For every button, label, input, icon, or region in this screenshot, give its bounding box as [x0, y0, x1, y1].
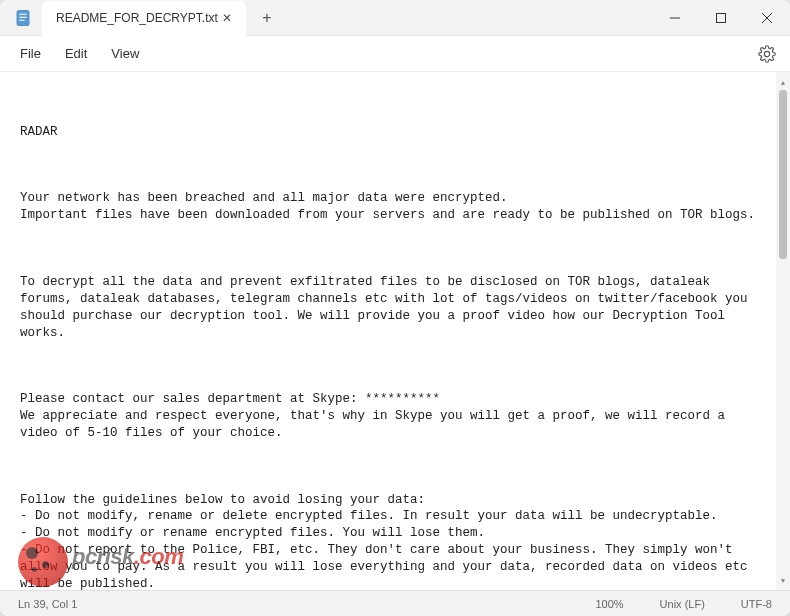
svg-rect-5	[717, 13, 726, 22]
line-ending: Unix (LF)	[654, 596, 711, 612]
encoding: UTF-8	[735, 596, 778, 612]
minimize-button[interactable]	[652, 0, 698, 35]
notepad-window: README_FOR_DECRYPT.txt ✕ + File Edit Vie…	[0, 0, 790, 616]
scroll-track[interactable]	[776, 90, 790, 572]
gear-icon	[758, 45, 776, 63]
doc-paragraph: Please contact our sales department at S…	[20, 391, 764, 442]
tab-close-icon[interactable]: ✕	[218, 9, 236, 27]
close-button[interactable]	[744, 0, 790, 35]
svg-rect-0	[17, 10, 29, 25]
zoom-level[interactable]: 100%	[589, 596, 629, 612]
menu-edit[interactable]: Edit	[53, 40, 99, 67]
statusbar: Ln 39, Col 1 100% Unix (LF) UTF-8	[0, 590, 790, 616]
menu-view[interactable]: View	[99, 40, 151, 67]
new-tab-button[interactable]: +	[252, 3, 282, 33]
doc-paragraph: Follow the guidelines below to avoid los…	[20, 492, 764, 591]
maximize-button[interactable]	[698, 0, 744, 35]
settings-button[interactable]	[752, 39, 782, 69]
cursor-position: Ln 39, Col 1	[12, 596, 565, 612]
text-editor[interactable]: RADAR Your network has been breached and…	[0, 72, 776, 590]
notepad-app-icon	[12, 7, 34, 29]
doc-paragraph: Your network has been breached and all m…	[20, 190, 764, 224]
tab-title: README_FOR_DECRYPT.txt	[56, 11, 218, 25]
scroll-up-icon[interactable]: ▴	[777, 76, 789, 88]
window-controls	[652, 0, 790, 35]
scroll-thumb[interactable]	[779, 90, 787, 259]
menubar: File Edit View	[0, 36, 790, 72]
editor-area: RADAR Your network has been breached and…	[0, 72, 790, 590]
doc-paragraph: To decrypt all the data and prevent exfi…	[20, 274, 764, 342]
menu-file[interactable]: File	[8, 40, 53, 67]
document-tab[interactable]: README_FOR_DECRYPT.txt ✕	[42, 1, 246, 36]
vertical-scrollbar[interactable]: ▴ ▾	[776, 72, 790, 590]
titlebar: README_FOR_DECRYPT.txt ✕ +	[0, 0, 790, 36]
doc-heading: RADAR	[20, 124, 764, 141]
scroll-down-icon[interactable]: ▾	[777, 574, 789, 586]
